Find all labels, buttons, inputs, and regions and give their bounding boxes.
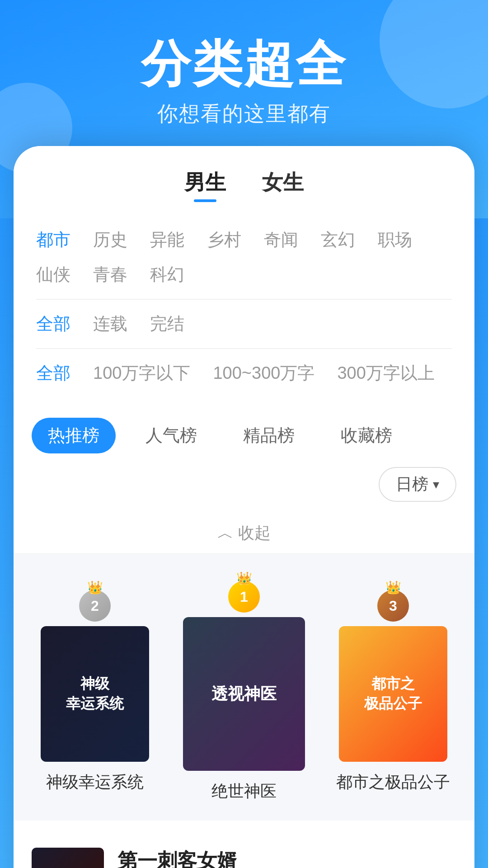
length-over300[interactable]: 300万字以上 xyxy=(337,358,434,388)
book-cover-rank1: 透视神医 xyxy=(183,617,305,771)
filter-section: 都市 历史 异能 乡村 奇闻 玄幻 职场 仙侠 青春 科幻 全部 连载 完结 全… xyxy=(14,216,474,406)
length-row: 全部 100万字以下 100~300万字 300万字以上 xyxy=(36,358,452,388)
book-title-rank3: 都市之极品公子 xyxy=(336,771,450,793)
filter-xianxia[interactable]: 仙侠 xyxy=(36,259,70,290)
collapse-bar[interactable]: ︿ 收起 xyxy=(14,513,474,554)
rank-tab-popular[interactable]: 人气榜 xyxy=(129,418,213,453)
status-row: 全部 连载 完结 xyxy=(36,309,452,339)
book-title-rank1: 绝世神医 xyxy=(211,780,277,802)
book-cover-rank2: 神级 幸运系统 xyxy=(41,626,149,762)
filter-qiwen[interactable]: 奇闻 xyxy=(264,225,298,255)
book-title-rank2: 神级幸运系统 xyxy=(46,771,144,793)
hero-subtitle: 你想看的这里都有 xyxy=(18,100,470,128)
crown-icon-3: 👑 xyxy=(385,580,401,595)
filter-yineng[interactable]: 异能 xyxy=(150,225,184,255)
status-serializing[interactable]: 连载 xyxy=(93,309,127,339)
rank-badge-1: 👑 1 xyxy=(228,581,260,613)
filter-dushi[interactable]: 都市 xyxy=(36,225,70,255)
category-row2: 仙侠 青春 科幻 xyxy=(36,259,452,290)
top3-item-rank2[interactable]: 👑 2 神级 幸运系统 神级幸运系统 xyxy=(27,590,163,793)
rank-badge-2: 👑 2 xyxy=(79,590,111,622)
length-all[interactable]: 全部 xyxy=(36,358,70,388)
filter-divider1 xyxy=(36,299,452,300)
filter-zhichang[interactable]: 职场 xyxy=(378,225,412,255)
list-item[interactable]: 刺客 女婿 第一刺客女婿 三十年河西，三十年河东，莫欺少年穷！北皇归来，一雪前耻… xyxy=(32,830,456,868)
filter-xiangcun[interactable]: 乡村 xyxy=(207,225,241,255)
chevron-up-icon: ︿ xyxy=(217,524,234,542)
length-under100[interactable]: 100万字以下 xyxy=(93,358,190,388)
status-all[interactable]: 全部 xyxy=(36,309,70,339)
category-row1: 都市 历史 异能 乡村 奇闻 玄幻 职场 xyxy=(36,225,452,255)
phone-card: 男生 女生 都市 历史 异能 乡村 奇闻 玄幻 职场 仙侠 青春 科幻 全部 连… xyxy=(14,146,474,868)
list-title-1: 第一刺客女婿 xyxy=(117,848,456,868)
filter-xuanhuan[interactable]: 玄幻 xyxy=(321,225,355,255)
filter-kehuan[interactable]: 科幻 xyxy=(150,259,184,290)
status-completed[interactable]: 完结 xyxy=(150,309,184,339)
top3-item-rank3[interactable]: 👑 3 都市之 极品公子 都市之极品公子 xyxy=(325,590,461,793)
crown-icon-2: 👑 xyxy=(87,580,103,595)
list-cover-1: 刺客 女婿 xyxy=(32,848,104,868)
list-info-1: 第一刺客女婿 三十年河西，三十年河东，莫欺少年穷！北皇归来，一雪前耻…… 天王殿… xyxy=(117,848,456,868)
tab-female[interactable]: 女生 xyxy=(262,169,304,202)
crown-icon-1: 👑 xyxy=(236,571,252,586)
day-period-button[interactable]: 日榜 ▾ xyxy=(379,467,456,502)
book-list: 刺客 女婿 第一刺客女婿 三十年河西，三十年河东，莫欺少年穷！北皇归来，一雪前耻… xyxy=(14,821,474,868)
length-100-300[interactable]: 100~300万字 xyxy=(213,358,314,388)
top3-section: 👑 2 神级 幸运系统 神级幸运系统 👑 1 透视神医 绝世神医 xyxy=(14,554,474,821)
rank-tab-favorites[interactable]: 收藏榜 xyxy=(324,418,408,453)
gender-tabs: 男生 女生 xyxy=(14,146,474,216)
filter-lishi[interactable]: 历史 xyxy=(93,225,127,255)
ranking-tabs: 热推榜 人气榜 精品榜 收藏榜 日榜 ▾ xyxy=(14,406,474,513)
book-cover-rank3: 都市之 极品公子 xyxy=(339,626,447,762)
filter-qingchun[interactable]: 青春 xyxy=(93,259,127,290)
tab-male[interactable]: 男生 xyxy=(184,169,226,202)
top3-item-rank1[interactable]: 👑 1 透视神医 绝世神医 xyxy=(176,581,312,802)
rank-tab-hot[interactable]: 热推榜 xyxy=(32,418,116,453)
chevron-down-icon: ▾ xyxy=(433,477,439,492)
rank-tab-quality[interactable]: 精品榜 xyxy=(227,418,311,453)
filter-divider2 xyxy=(36,348,452,349)
rank-badge-3: 👑 3 xyxy=(377,590,409,622)
